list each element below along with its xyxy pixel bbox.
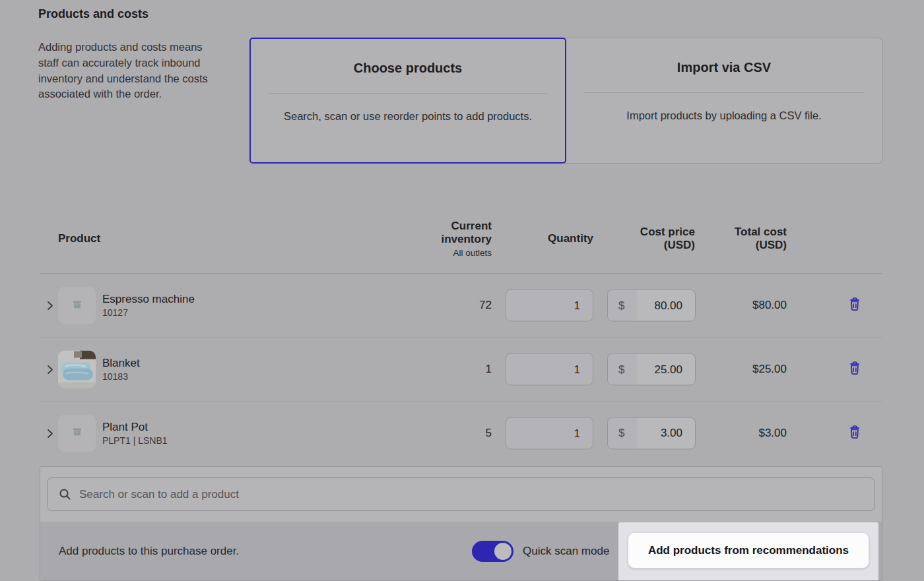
card-divider (583, 92, 865, 93)
table-row: Blanket 10183 1 1 $ 25.00 $25.00 (40, 338, 882, 402)
quantity-input[interactable]: 1 (506, 417, 593, 449)
add-from-recommendations-button[interactable]: Add products from recommendations (628, 532, 869, 568)
box-placeholder-icon (71, 426, 83, 441)
expand-row-chevron-icon[interactable] (45, 427, 55, 439)
product-info: Espresso machine 10127 (102, 293, 195, 318)
currency-symbol: $ (618, 363, 624, 376)
choose-products-title: Choose products (251, 61, 565, 76)
product-info: Plant Pot PLPT1 | LSNB1 (102, 421, 168, 446)
current-inventory-value: 5 (486, 427, 492, 440)
product-sku: 10127 (102, 307, 195, 318)
total-cost-value: $80.00 (752, 299, 787, 312)
add-method-cards: Choose products Search, scan or use reor… (249, 38, 883, 164)
search-row: Search or scan to add a product (40, 467, 882, 522)
add-products-panel: Search or scan to add a product Add prod… (40, 466, 882, 581)
total-cost-value: $3.00 (758, 427, 787, 440)
quick-scan-label: Quick scan mode (523, 545, 609, 558)
product-sku: PLPT1 | LSNB1 (102, 435, 168, 446)
cost-price-input[interactable]: $ 3.00 (607, 417, 696, 449)
current-inventory-value: 1 (486, 363, 492, 376)
product-info: Blanket 10183 (102, 357, 140, 382)
product-name: Espresso machine (102, 293, 195, 306)
product-table-body: Espresso machine 10127 72 1 $ 80.00 $80.… (40, 274, 882, 464)
toggle-knob (494, 543, 512, 560)
product-table-header: Product Current inventory All outlets Qu… (40, 204, 882, 274)
column-header-current-inventory: Current inventory All outlets (412, 220, 492, 258)
choose-products-description: Search, scan or use reorder points to ad… (251, 110, 565, 123)
search-icon (59, 488, 71, 501)
card-divider (269, 93, 547, 94)
product-name: Blanket (102, 357, 140, 370)
table-row: Plant Pot PLPT1 | LSNB1 5 1 $ 3.00 $3.00 (40, 402, 882, 464)
currency-symbol: $ (618, 427, 624, 440)
product-thumbnail (58, 414, 96, 452)
import-csv-description: Import products by uploading a CSV file. (566, 109, 882, 122)
column-header-total-cost: Total cost (USD) (724, 226, 787, 252)
delete-row-button[interactable] (843, 425, 867, 442)
product-search-input[interactable]: Search or scan to add a product (47, 477, 875, 511)
box-placeholder-icon (71, 298, 83, 313)
column-header-quantity: Quantity (548, 232, 593, 245)
quantity-input[interactable]: 1 (506, 290, 593, 322)
footer-note: Add products to this purchase order. (59, 545, 239, 558)
product-table: Product Current inventory All outlets Qu… (40, 204, 882, 464)
product-thumbnail (58, 287, 96, 324)
column-header-cost-price: Cost price (USD) (629, 226, 695, 252)
column-header-all-outlets: All outlets (412, 248, 492, 258)
product-name: Plant Pot (102, 421, 168, 434)
blanket-photo (58, 351, 96, 388)
choose-products-card[interactable]: Choose products Search, scan or use reor… (249, 38, 566, 164)
current-inventory-value: 72 (479, 299, 492, 312)
panel-footer: Add products to this purchase order. Qui… (40, 522, 882, 580)
recommendations-spotlight: Add products from recommendations (618, 522, 878, 580)
page-title: Products and costs (38, 7, 148, 21)
product-sku: 10183 (102, 371, 140, 382)
import-csv-title: Import via CSV (566, 60, 882, 75)
table-row: Espresso machine 10127 72 1 $ 80.00 $80.… (40, 274, 882, 338)
cost-price-value: 25.00 (654, 363, 682, 376)
page-description: Adding products and costs means staff ca… (38, 40, 224, 102)
import-csv-card[interactable]: Import via CSV Import products by upload… (565, 38, 883, 164)
expand-row-chevron-icon[interactable] (45, 299, 55, 311)
column-header-product: Product (58, 232, 100, 245)
cost-price-value: 3.00 (661, 427, 682, 440)
total-cost-value: $25.00 (752, 363, 787, 376)
quick-scan-toggle[interactable] (472, 541, 513, 562)
quantity-input[interactable]: 1 (506, 353, 593, 386)
product-thumbnail (58, 351, 96, 388)
delete-row-button[interactable] (843, 297, 867, 314)
cost-price-value: 80.00 (654, 299, 682, 312)
delete-row-button[interactable] (843, 361, 867, 378)
currency-symbol: $ (618, 299, 624, 312)
expand-row-chevron-icon[interactable] (45, 363, 55, 375)
search-placeholder: Search or scan to add a product (79, 488, 239, 501)
cost-price-input[interactable]: $ 25.00 (607, 353, 696, 386)
cost-price-input[interactable]: $ 80.00 (607, 290, 696, 322)
